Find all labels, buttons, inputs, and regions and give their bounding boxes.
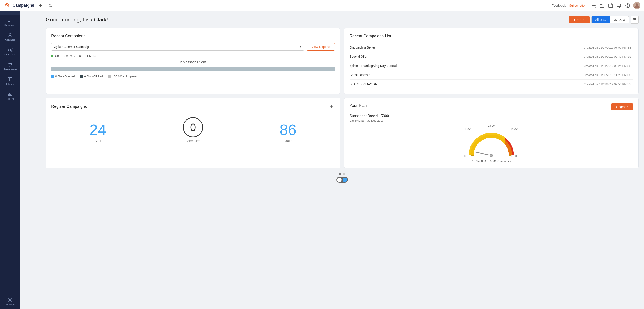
sidebar-item-settings[interactable]: Settings bbox=[0, 294, 20, 309]
sidebar-item-contacts[interactable]: Contacts bbox=[0, 30, 20, 44]
contacts-label: Contacts bbox=[5, 38, 15, 41]
regular-campaigns-title: Regular Campaigns bbox=[51, 104, 87, 109]
campaigns-list: Onboarding Series Created on 11/17/2019 … bbox=[350, 43, 633, 88]
sent-status-dot bbox=[51, 55, 54, 57]
topnav-logo[interactable]: Campaigns bbox=[4, 2, 34, 9]
campaign-select-text: Zylker Summer Campaign bbox=[54, 45, 300, 48]
plan-name: Subscriber Based - 5000 bbox=[350, 114, 633, 118]
list-item-date: Created on 11/13/2019 09:53 PM SST bbox=[584, 82, 633, 86]
help-icon[interactable] bbox=[625, 3, 630, 8]
sent-info-text: Sent - 08/27/2019 08:13 PM SST bbox=[55, 54, 98, 58]
campaigns-logo-icon bbox=[4, 2, 11, 9]
clicked-value: 0.0% - Clicked bbox=[84, 75, 103, 78]
gauge-bottom-labels: 0 5,000 bbox=[464, 154, 518, 158]
cards-grid: Recent Campaigns Zylker Summer Campaign … bbox=[46, 28, 639, 168]
gauge-label-0: 0 bbox=[464, 154, 466, 158]
campaigns-icon bbox=[8, 18, 12, 23]
user-avatar[interactable] bbox=[633, 2, 640, 9]
list-item-name: Christmas sale bbox=[350, 73, 370, 77]
ecommerce-icon bbox=[8, 62, 12, 67]
campaign-sent-info: Sent - 08/27/2019 08:13 PM SST bbox=[51, 54, 335, 58]
create-button[interactable]: Create bbox=[569, 16, 590, 24]
svg-point-15 bbox=[9, 34, 11, 35]
page-title: Good morning, Lisa Clark! bbox=[46, 16, 569, 23]
campaign-stats: 0.0% - Opened 0.0% - Clicked 100.0% - Un… bbox=[51, 75, 335, 78]
filter-button[interactable] bbox=[630, 16, 639, 24]
list-item[interactable]: Zylker - Thanksgiving Day Special Create… bbox=[350, 61, 633, 70]
svg-rect-22 bbox=[10, 78, 12, 80]
gauge-percentage: 13 % ( 650 of 5000 Contacts ) bbox=[472, 160, 511, 163]
all-data-button[interactable]: All Data bbox=[592, 16, 610, 23]
scheduled-label: Scheduled bbox=[183, 139, 203, 143]
search-button[interactable] bbox=[47, 2, 54, 9]
list-item-name: Zylker - Thanksgiving Day Special bbox=[350, 64, 397, 68]
stat-opened: 0.0% - Opened bbox=[51, 75, 75, 78]
regular-campaigns-header: Regular Campaigns + bbox=[51, 103, 335, 110]
progress-bar-fill bbox=[51, 67, 335, 71]
svg-point-10 bbox=[636, 3, 638, 6]
my-data-button[interactable]: My Data bbox=[610, 16, 628, 23]
recent-campaigns-card: Recent Campaigns Zylker Summer Campaign … bbox=[46, 28, 340, 94]
stat-clicked: 0.0% - Clicked bbox=[80, 75, 103, 78]
opened-color-dot bbox=[51, 75, 54, 78]
list-item[interactable]: Christmas sale Created on 11/13/2019 11:… bbox=[350, 70, 633, 80]
add-button[interactable] bbox=[37, 2, 44, 9]
recent-campaigns-list-card: Recent Campaigns List Onboarding Series … bbox=[344, 28, 639, 94]
svg-point-8 bbox=[628, 6, 628, 7]
view-reports-button[interactable]: View Reports bbox=[307, 43, 335, 50]
data-toggle: All Data My Data bbox=[592, 16, 629, 23]
list-item[interactable]: BLACK FRIDAY SALE Created on 11/13/2019 … bbox=[350, 80, 633, 88]
campaigns-stats-row: 24 Sent 0 Scheduled 86 Drafts bbox=[51, 115, 335, 146]
list-icon[interactable] bbox=[591, 3, 596, 8]
list-item-name: BLACK FRIDAY SALE bbox=[350, 82, 381, 86]
clicked-color-dot bbox=[80, 75, 83, 78]
list-item[interactable]: Onboarding Series Created on 11/17/2019 … bbox=[350, 43, 633, 52]
scroll-dot-1 bbox=[339, 173, 341, 175]
svg-point-23 bbox=[10, 299, 11, 300]
folder-icon[interactable] bbox=[599, 3, 605, 8]
add-campaign-button[interactable]: + bbox=[328, 103, 335, 110]
recent-campaigns-list-title: Recent Campaigns List bbox=[350, 34, 633, 38]
list-item-date: Created on 11/14/2019 08:24 PM SST bbox=[584, 64, 633, 68]
plan-details: Subscriber Based - 5000 Expiry Date - 30… bbox=[350, 114, 633, 122]
gauge-top-labels: 2,500 bbox=[467, 124, 516, 127]
chevron-down-icon: ▾ bbox=[300, 45, 301, 48]
sidebar-item-ecommerce[interactable]: Ecommerce bbox=[0, 59, 20, 74]
sent-stat: 24 Sent bbox=[90, 122, 106, 143]
calendar-icon[interactable] bbox=[608, 3, 614, 8]
sent-number: 24 bbox=[90, 122, 106, 137]
drafts-number: 86 bbox=[280, 122, 296, 137]
sidebar-item-reports[interactable]: Reports bbox=[0, 88, 20, 103]
svg-point-16 bbox=[8, 50, 9, 50]
bell-icon[interactable] bbox=[616, 3, 622, 8]
subscription-link[interactable]: Subscription bbox=[569, 4, 586, 8]
scheduled-number: 0 bbox=[183, 117, 203, 137]
list-item-date: Created on 11/17/2019 07:50 PM SST bbox=[584, 46, 633, 49]
stat-unopened: 100.0% - Unopened bbox=[108, 75, 138, 78]
mobile-toggle[interactable] bbox=[336, 177, 348, 183]
library-icon bbox=[8, 77, 12, 82]
campaign-select[interactable]: Zylker Summer Campaign ▾ bbox=[51, 43, 304, 50]
list-item-date: Created on 11/13/2019 11:26 PM SST bbox=[584, 73, 633, 77]
campaign-controls: Zylker Summer Campaign ▾ View Reports bbox=[51, 43, 335, 50]
topnav-actions bbox=[591, 2, 640, 9]
sidebar: Dashboard Campaigns Contacts Automation … bbox=[0, 0, 20, 309]
gauge-label-3750: 3,750 bbox=[512, 128, 518, 131]
list-item-name: Special Offer bbox=[350, 55, 368, 58]
upgrade-button[interactable]: Upgrade bbox=[611, 103, 633, 110]
unopened-value: 100.0% - Unopened bbox=[112, 75, 138, 78]
bottom-area bbox=[46, 168, 639, 176]
settings-label: Settings bbox=[6, 303, 14, 306]
sidebar-item-campaigns[interactable]: Campaigns bbox=[0, 15, 20, 30]
sidebar-item-library[interactable]: Library bbox=[0, 74, 20, 88]
svg-rect-21 bbox=[8, 78, 10, 81]
opened-value: 0.0% - Opened bbox=[55, 75, 75, 78]
drafts-label: Drafts bbox=[280, 139, 296, 143]
svg-rect-3 bbox=[592, 5, 596, 6]
gauge-mid-labels: 1,250 3,750 bbox=[464, 128, 518, 131]
list-item[interactable]: Special Offer Created on 11/14/2019 09:4… bbox=[350, 52, 633, 61]
campaigns-label: Campaigns bbox=[4, 24, 16, 26]
feedback-link[interactable]: Feedback bbox=[552, 4, 565, 8]
sidebar-item-automation[interactable]: Automation bbox=[0, 44, 20, 59]
svg-point-17 bbox=[11, 48, 12, 49]
